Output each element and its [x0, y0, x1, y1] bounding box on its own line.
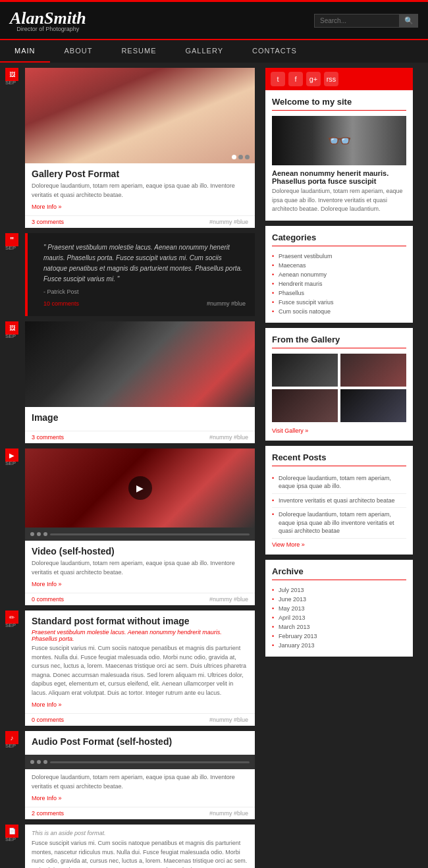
post-3-comments[interactable]: 3 comments	[32, 434, 64, 441]
search-input[interactable]	[314, 14, 400, 28]
post-6-more[interactable]: More Info »	[32, 795, 62, 801]
visit-gallery-link[interactable]: Visit Gallery »	[272, 427, 308, 434]
archive-item[interactable]: May 2013	[272, 604, 406, 613]
post-1-comments[interactable]: 3 comments	[32, 219, 64, 225]
category-item[interactable]: Phasellus	[272, 288, 406, 298]
archive-item[interactable]: March 2013	[272, 622, 406, 632]
category-item[interactable]: Hendrerit mauris	[272, 279, 406, 288]
main-column: 18 SEP 🖼 Gallery Post Format	[0, 63, 260, 868]
post-card-4: ▶ Video (self-hosted) Doloreque laudanti…	[25, 448, 255, 605]
post-card-1: Gallery Post Format Doloreque laudantium…	[25, 68, 255, 228]
slider-dots	[232, 155, 250, 159]
post-6-title: Audio Post Format (self-hosted)	[32, 736, 248, 747]
gallery-thumb-3[interactable]	[272, 389, 338, 422]
post-3-body: Image	[25, 407, 255, 431]
post-6-comments[interactable]: 2 comments	[32, 810, 64, 817]
archive-item[interactable]: April 2013	[272, 613, 406, 622]
category-item[interactable]: Maecenas	[272, 261, 406, 270]
video-controls	[25, 528, 255, 541]
dot-3	[245, 155, 250, 159]
post-5-comments[interactable]: 0 comments	[32, 717, 64, 723]
gallery-grid	[272, 354, 406, 422]
post-2-tags: #nummy #blue	[207, 300, 246, 307]
site-tagline: Director of Photography	[10, 26, 86, 32]
facebook-icon[interactable]: f	[288, 72, 303, 86]
audio-progress-bar[interactable]	[50, 761, 250, 763]
post-4-type-icon: ▶	[5, 448, 18, 462]
audio-controls	[25, 755, 255, 769]
dot-2	[238, 155, 243, 159]
gallery-thumb-1[interactable]	[272, 354, 338, 387]
post-6-tags: #nummy #blue	[209, 810, 248, 817]
post-5-footer: 0 comments #nummy #blue	[25, 713, 255, 726]
twitter-icon[interactable]: t	[271, 72, 285, 86]
vc-dot-3	[43, 532, 47, 536]
search-button[interactable]: 🔍	[400, 14, 418, 28]
recent-posts-title: Recent Posts	[272, 452, 406, 466]
main-nav: MAIN ABOUT RESUME GALLERY CONTACTS	[0, 39, 428, 63]
archive-item[interactable]: June 2013	[272, 595, 406, 604]
post-1-excerpt: Doloreque laudantium, totam rem aperiam,…	[32, 182, 248, 200]
post-3-title: Image	[32, 412, 248, 423]
content-wrap: 18 SEP 🖼 Gallery Post Format	[0, 63, 428, 868]
post-5-more[interactable]: More Info »	[32, 701, 62, 708]
post-card-7: This is an aside post format. Fusce susc…	[25, 825, 255, 868]
social-bar: t f g+ rss	[265, 68, 413, 90]
google-plus-icon[interactable]: g+	[306, 72, 321, 86]
post-1-footer: 3 comments #nummy #blue	[25, 215, 255, 228]
welcome-widget: Welcome to my site 👓 Aenean nonummy hene…	[265, 90, 413, 221]
recent-post-item[interactable]: Inventore veritatis et quasi architecto …	[272, 494, 406, 508]
vc-progress-bar[interactable]	[50, 533, 250, 535]
post-2-comments[interactable]: 10 comments	[43, 300, 79, 307]
archive-item[interactable]: July 2013	[272, 585, 406, 595]
post-3-tags: #nummy #blue	[209, 434, 248, 441]
category-item[interactable]: Aenean nonummy	[272, 270, 406, 279]
post-2-quote-text: " Praesent vestibulum molestie lacus. Ae…	[43, 242, 246, 285]
post-2-wrapper: 27 SEP " " Praesent vestibulum molestie …	[25, 233, 255, 316]
gallery-thumb-2[interactable]	[340, 354, 406, 387]
nav-item-main[interactable]: MAIN	[0, 40, 50, 63]
archive-item[interactable]: January 2013	[272, 641, 406, 650]
post-6-footer: 2 comments #nummy #blue	[25, 807, 255, 819]
welcome-image: 👓	[272, 116, 406, 165]
archive-list: July 2013 June 2013 May 2013 April 2013 …	[272, 585, 406, 650]
category-item[interactable]: Praesent vestibulum	[272, 252, 406, 261]
nav-item-resume[interactable]: RESUME	[107, 40, 171, 63]
post-4-footer: 0 comments #nummy #blue	[25, 593, 255, 605]
post-4-wrapper: 18 SEP ▶ ▶ Video (self-hosted)	[25, 448, 255, 605]
archive-widget: Archive July 2013 June 2013 May 2013 Apr…	[265, 560, 413, 657]
nav-item-about[interactable]: ABOUT	[50, 40, 107, 63]
post-4-title: Video (self-hosted)	[32, 546, 248, 556]
archive-item[interactable]: February 2013	[272, 632, 406, 641]
post-7-excerpt: Fusce suscipit varius mi. Cum sociis nat…	[32, 839, 248, 868]
post-5-title: Standard post format without image	[32, 616, 248, 626]
recent-post-item[interactable]: Doloreque laudantium, totam rem aperiam,…	[272, 508, 406, 539]
post-card-5: Standard post format without image Praes…	[25, 610, 255, 726]
logo-wrap: AlanSmith Director of Photography	[10, 9, 86, 32]
view-more-link[interactable]: View More »	[272, 541, 406, 548]
post-1-more[interactable]: More Info »	[32, 203, 62, 210]
post-card-6: Audio Post Format (self-hosted) Dolorequ…	[25, 731, 255, 819]
post-1-tags: #nummy #blue	[209, 219, 248, 225]
rss-icon[interactable]: rss	[324, 72, 338, 86]
post-6-excerpt: Doloreque laudantium, totam rem aperiam,…	[32, 773, 248, 791]
post-4-body: Video (self-hosted) Doloreque laudantium…	[25, 541, 255, 593]
nav-item-gallery[interactable]: GALLERY	[171, 40, 238, 63]
gallery-thumb-4[interactable]	[340, 389, 406, 422]
post-4-more[interactable]: More Info »	[32, 581, 62, 587]
recent-post-item[interactable]: Doloreque laudantium, totam rem aperiam,…	[272, 472, 406, 494]
archive-title: Archive	[272, 566, 406, 580]
category-item[interactable]: Fusce suscipit varius	[272, 298, 406, 307]
audio-dot-3	[43, 760, 47, 764]
post-4-comments[interactable]: 0 comments	[32, 596, 64, 603]
post-1-wrapper: 18 SEP 🖼 Gallery Post Format	[25, 68, 255, 228]
vc-dot-2	[37, 532, 41, 536]
play-button[interactable]: ▶	[128, 476, 152, 500]
post-5-type-icon: ✏	[5, 610, 18, 624]
post-3-image	[25, 321, 255, 407]
category-item[interactable]: Cum sociis natoque	[272, 307, 406, 316]
post-5-excerpt: Fusce suscipit varius mi. Cum sociis nat…	[32, 644, 248, 697]
nav-item-contacts[interactable]: CONTACTS	[238, 40, 311, 63]
post-6-wrapper: 12 SEP ♪ Audio Post Format (self-hosted)	[25, 731, 255, 819]
gallery-widget-title: From the Gallery	[272, 335, 406, 348]
